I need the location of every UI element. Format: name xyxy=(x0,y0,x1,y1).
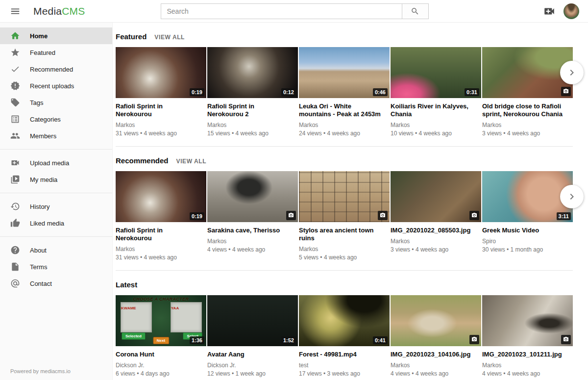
checkmark-icon xyxy=(10,64,20,74)
media-thumbnail[interactable] xyxy=(482,295,573,346)
media-meta: 30 views • 1 month ago xyxy=(482,246,566,253)
media-meta: 12 views • 1 week ago xyxy=(207,370,291,377)
media-author[interactable]: test xyxy=(299,362,383,369)
media-meta: 3 views • 4 weeks ago xyxy=(482,130,566,137)
media-card: 0:19 Rafioli Sprint in Nerokourou Markos… xyxy=(116,47,206,137)
media-author[interactable]: Markos xyxy=(391,362,474,369)
media-author[interactable]: Markos xyxy=(116,122,199,128)
sidebar-item-label: Upload media xyxy=(30,159,69,167)
user-avatar[interactable] xyxy=(564,3,579,19)
sidebar-item-contact[interactable]: Contact xyxy=(0,275,112,292)
sidebar-item-my-media[interactable]: My media xyxy=(0,171,112,188)
sidebar-item-recent-uploads[interactable]: Recent uploads xyxy=(0,77,112,94)
media-title[interactable]: Rafioli Sprint in Nerokourou xyxy=(116,227,199,242)
powered-by-link[interactable]: Powered by mediacms.io xyxy=(10,368,71,374)
media-author[interactable]: Markos xyxy=(207,238,291,245)
media-thumbnail[interactable] xyxy=(482,47,573,98)
media-thumbnail[interactable] xyxy=(299,171,390,222)
media-author[interactable]: Markos xyxy=(391,238,474,245)
sidebar-item-recommended[interactable]: Recommended xyxy=(0,61,112,77)
media-thumbnail[interactable]: 3:11 xyxy=(482,171,573,222)
sidebar-item-label: About xyxy=(30,247,47,254)
media-title[interactable]: Rafioli Sprint in Nerokourou xyxy=(116,102,199,118)
sidebar-item-home[interactable]: Home xyxy=(0,27,112,44)
media-author[interactable]: Dickson Jr. xyxy=(116,362,199,369)
media-title[interactable]: Stylos area ancient town ruins xyxy=(299,227,383,242)
sidebar-item-categories[interactable]: Categories xyxy=(0,111,112,127)
sidebar-item-upload-media[interactable]: Upload media xyxy=(0,154,112,171)
chevron-right-icon xyxy=(566,67,578,78)
history-icon xyxy=(10,202,20,211)
media-meta: 4 views • 4 weeks ago xyxy=(391,370,474,377)
media-title[interactable]: Avatar Aang xyxy=(207,351,291,358)
media-thumbnail[interactable]: 0:31 xyxy=(391,47,481,98)
duration-badge: 0:41 xyxy=(373,336,388,344)
media-thumbnail[interactable]: 1:52 xyxy=(207,295,298,346)
media-thumbnail[interactable] xyxy=(391,295,481,346)
media-author[interactable]: Markos xyxy=(482,362,566,369)
media-title[interactable]: Koiliaris River in Kalyves, Chania xyxy=(391,102,474,118)
camera-icon xyxy=(286,211,296,220)
home-icon xyxy=(10,31,20,41)
game-heading: CHOOSE A CHARACTER xyxy=(116,297,206,302)
sidebar-divider xyxy=(0,193,112,193)
media-author[interactable]: Markos xyxy=(482,122,566,128)
sidebar-item-terms[interactable]: Terms xyxy=(0,258,112,275)
upload-media-icon[interactable] xyxy=(543,5,556,18)
sidebar-item-liked-media[interactable]: Liked media xyxy=(0,215,112,231)
media-title[interactable]: Greek Music Video xyxy=(482,227,566,234)
sidebar-item-label: Tags xyxy=(30,99,43,106)
sidebar-item-label: Categories xyxy=(30,116,61,123)
media-thumbnail[interactable]: 0:19 xyxy=(116,47,206,98)
media-title[interactable]: Leuka Ori - White mountains - Peak at 24… xyxy=(299,102,383,118)
sidebar-item-members[interactable]: Members xyxy=(0,127,112,144)
media-author[interactable]: Markos xyxy=(391,122,474,128)
media-thumbnail[interactable]: CHOOSE A CHARACTER KWAME YAA Selected Ne… xyxy=(116,295,206,346)
view-all-link[interactable]: VIEW ALL xyxy=(154,34,185,41)
media-author[interactable]: Spiro xyxy=(482,238,566,245)
media-title[interactable]: Old bridge close to Rafioli sprint, Nero… xyxy=(482,102,566,118)
sidebar-item-history[interactable]: History xyxy=(0,198,112,215)
media-thumbnail[interactable] xyxy=(391,171,481,222)
game-selected-label: Selected xyxy=(122,332,146,340)
media-title[interactable]: Rafioli Sprint in Nerokourou 2 xyxy=(207,102,291,118)
media-meta: 4 views • 4 weeks ago xyxy=(207,246,291,253)
media-meta: 6 views • 4 days ago xyxy=(116,370,199,377)
media-title[interactable]: IMG_20201023_101211.jpg xyxy=(482,351,566,358)
media-thumbnail[interactable]: 0:41 xyxy=(299,295,390,346)
camera-icon xyxy=(561,87,571,96)
media-thumbnail[interactable]: 0:46 xyxy=(299,47,390,98)
media-author[interactable]: Dickson Jr. xyxy=(207,362,291,369)
sidebar-item-featured[interactable]: Featured xyxy=(0,44,112,61)
view-all-link[interactable]: VIEW ALL xyxy=(176,158,207,165)
media-meta: 5 views • 4 weeks ago xyxy=(299,254,383,261)
media-title[interactable]: IMG_20201022_085503.jpg xyxy=(391,227,474,234)
media-card: 0:31 Koiliaris River in Kalyves, Chania … xyxy=(391,47,481,137)
sidebar-item-tags[interactable]: Tags xyxy=(0,94,112,111)
media-author[interactable]: Markos xyxy=(207,122,291,128)
media-title[interactable]: Corona Hunt xyxy=(116,351,199,358)
media-card: 0:46 Leuka Ori - White mountains - Peak … xyxy=(299,47,390,137)
video-library-icon xyxy=(10,175,20,184)
media-thumbnail[interactable]: 0:12 xyxy=(207,47,298,98)
carousel-next-button[interactable] xyxy=(560,61,584,84)
media-meta: 31 views • 4 weeks ago xyxy=(116,130,199,137)
media-author[interactable]: Markos xyxy=(299,246,383,253)
duration-badge: 0:19 xyxy=(190,212,204,220)
app-logo[interactable]: MediaCMS xyxy=(33,5,85,17)
media-title[interactable]: IMG_20201023_104106.jpg xyxy=(391,351,474,358)
media-author[interactable]: Markos xyxy=(116,246,199,253)
media-title[interactable]: Forest - 49981.mp4 xyxy=(299,351,383,358)
section-title: Featured xyxy=(116,32,147,41)
search-input[interactable] xyxy=(161,3,402,19)
media-title[interactable]: Sarakina cave, Therisso xyxy=(207,227,291,234)
media-thumbnail[interactable]: 0:19 xyxy=(116,171,206,222)
carousel-next-button[interactable] xyxy=(560,185,584,208)
sidebar-item-about[interactable]: About xyxy=(0,242,112,258)
search-button[interactable] xyxy=(402,3,429,19)
media-author[interactable]: Markos xyxy=(299,122,383,128)
media-thumbnail[interactable] xyxy=(207,171,298,222)
hamburger-menu-icon[interactable] xyxy=(10,5,22,17)
media-meta: 24 views • 4 weeks ago xyxy=(299,130,383,137)
media-card: 1:52 Avatar Aang Dickson Jr. 12 views • … xyxy=(207,295,298,377)
